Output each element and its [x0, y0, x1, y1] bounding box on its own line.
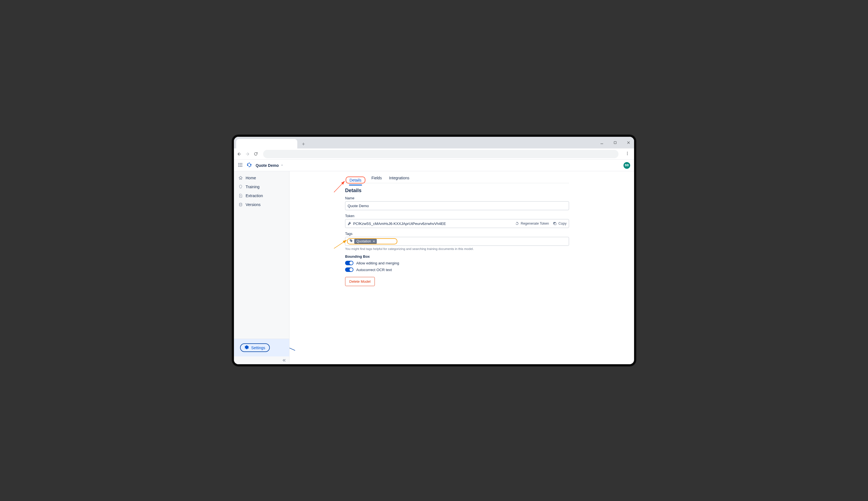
close-icon: [627, 141, 630, 145]
name-input-wrap[interactable]: [345, 201, 569, 210]
aperture-icon: [246, 162, 252, 168]
copy-token-button[interactable]: Copy: [553, 222, 567, 225]
sidebar-item-extraction[interactable]: Extraction: [234, 191, 289, 200]
toggle-autocorrect-ocr[interactable]: [345, 267, 353, 272]
maximize-icon: [614, 141, 617, 144]
window-controls: [598, 137, 632, 148]
svg-point-4: [240, 163, 241, 164]
browser-tab[interactable]: [236, 139, 297, 148]
tab-details[interactable]: Details: [345, 177, 365, 183]
key-icon: [348, 222, 351, 225]
versions-icon: [238, 202, 243, 207]
project-switcher[interactable]: Quote Demo: [256, 163, 284, 168]
tag-icon: [348, 239, 354, 244]
arrow-right-icon: [245, 151, 250, 157]
toggle-allow-editing[interactable]: [345, 261, 353, 265]
training-icon: [238, 185, 243, 189]
refresh-icon: [515, 222, 519, 225]
chevron-down-icon: [281, 163, 284, 168]
collapse-icon: [282, 358, 286, 363]
nav-forward-button[interactable]: [245, 151, 250, 157]
copy-icon: [553, 222, 557, 225]
kebab-icon: [625, 151, 630, 156]
window-minimize-button[interactable]: [598, 141, 605, 145]
home-icon: [238, 176, 243, 180]
sidebar-item-settings[interactable]: Settings: [234, 339, 289, 356]
tab-fields[interactable]: Fields: [370, 173, 383, 183]
sidebar-item-training[interactable]: Training: [234, 182, 289, 191]
svg-point-9: [238, 166, 239, 167]
tags-highlight: Quotation ✕: [347, 238, 397, 244]
sidebar-nav: Home Training Extraction: [234, 171, 289, 211]
svg-point-0: [627, 152, 628, 153]
app-switcher-button[interactable]: [238, 162, 243, 169]
arrow-left-icon: [237, 151, 242, 157]
tag-remove-button[interactable]: ✕: [373, 239, 375, 243]
app-header: Quote Demo BB: [234, 160, 634, 171]
name-input[interactable]: [348, 204, 567, 208]
brand-logo[interactable]: [246, 162, 252, 169]
settings-tabs: Details Fields Integrations: [345, 173, 569, 183]
tab-details-label: Details: [349, 175, 363, 185]
svg-point-10: [240, 166, 241, 167]
svg-point-7: [240, 164, 241, 165]
svg-point-12: [239, 203, 242, 204]
browser-menu-button[interactable]: [624, 151, 631, 157]
copy-token-label: Copy: [559, 222, 567, 225]
toggle-allow-editing-label: Allow editing and merging: [356, 261, 399, 265]
token-actions: Regenerate Token Copy: [515, 222, 567, 225]
sidebar-item-label: Training: [246, 185, 260, 189]
tags-input-wrap[interactable]: Quotation ✕: [345, 237, 569, 246]
sidebar-bottom: Settings: [234, 339, 289, 364]
sidebar-item-home[interactable]: Home: [234, 173, 289, 182]
token-input[interactable]: [353, 222, 515, 226]
tab-integrations[interactable]: Integrations: [388, 173, 410, 183]
browser-window: Quote Demo BB Home Training: [234, 137, 634, 364]
gear-icon: [244, 345, 249, 350]
app-body: Home Training Extraction: [234, 171, 634, 364]
sidebar-item-label: Extraction: [246, 193, 263, 198]
regenerate-token-label: Regenerate Token: [521, 222, 549, 225]
section-heading: Details: [345, 188, 569, 193]
svg-point-2: [627, 154, 628, 155]
tag-chip[interactable]: Quotation ✕: [354, 239, 377, 244]
new-tab-button[interactable]: [299, 140, 307, 148]
sidebar-item-versions[interactable]: Versions: [234, 200, 289, 209]
nav-back-button[interactable]: [237, 151, 242, 157]
window-maximize-button[interactable]: [612, 141, 618, 144]
toggle-ocr-row: Autocorrect OCR text: [345, 267, 569, 272]
sidebar-settings-label: Settings: [251, 345, 265, 350]
svg-point-3: [238, 163, 239, 164]
extraction-icon: [238, 193, 243, 198]
svg-point-6: [238, 164, 239, 165]
field-name: Name: [345, 196, 569, 210]
reload-icon: [253, 151, 258, 156]
bounding-box-heading: Bounding Box: [345, 254, 569, 258]
address-bar[interactable]: [263, 150, 618, 158]
token-label: Token: [345, 214, 569, 218]
tag-chip-label: Quotation: [356, 239, 371, 243]
window-close-button[interactable]: [625, 141, 632, 145]
avatar[interactable]: BB: [624, 162, 630, 169]
sidebar-collapse-button[interactable]: [234, 356, 289, 364]
tags-help-text: You might find tags helpful for categori…: [345, 247, 569, 250]
field-tags: Tags Quotation ✕ Y: [345, 232, 569, 250]
plus-icon: [301, 142, 305, 146]
toggle-autocorrect-ocr-label: Autocorrect OCR text: [356, 268, 392, 272]
delete-model-button[interactable]: Delete Model: [345, 277, 375, 286]
toggle-edit-row: Allow editing and merging: [345, 261, 569, 265]
svg-point-11: [241, 166, 242, 167]
minimize-icon: [600, 141, 604, 145]
token-input-wrap: Regenerate Token Copy: [345, 219, 569, 228]
sidebar-item-label: Home: [246, 176, 256, 180]
svg-point-8: [241, 164, 242, 165]
svg-point-1: [627, 153, 628, 154]
tags-label: Tags: [345, 232, 569, 236]
sidebar: Home Training Extraction: [234, 171, 289, 364]
sidebar-item-label: Versions: [246, 202, 261, 207]
browser-navbar: [234, 148, 634, 160]
project-name: Quote Demo: [256, 163, 279, 168]
settings-highlight: Settings: [240, 343, 270, 352]
nav-reload-button[interactable]: [253, 151, 258, 156]
regenerate-token-button[interactable]: Regenerate Token: [515, 222, 549, 225]
